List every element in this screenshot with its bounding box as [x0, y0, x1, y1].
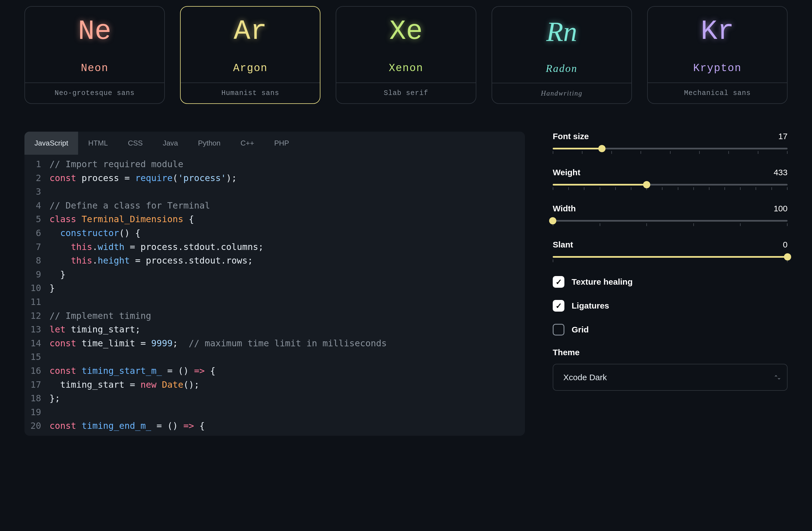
texture-healing-checkbox[interactable]: [553, 276, 564, 288]
slant-slider-thumb[interactable]: [784, 253, 791, 261]
line-number: 16: [25, 364, 49, 378]
code-line: // Import required module: [49, 158, 184, 171]
font-style-label: Humanist sans: [180, 83, 320, 103]
font-card-radon[interactable]: RnRadonHandwriting: [492, 6, 632, 104]
control-font-size: Font size17: [553, 132, 787, 154]
font-symbol: Ar: [234, 7, 267, 46]
ligatures-checkbox[interactable]: [553, 300, 564, 312]
line-number: 11: [25, 295, 49, 309]
code-line: // Define a class for Terminal: [49, 199, 210, 213]
line-number: 14: [25, 337, 49, 351]
font-name-label: Radon: [546, 62, 578, 74]
font-style-label: Slab serif: [336, 83, 476, 103]
slant-value: 0: [783, 240, 787, 249]
code-line: }: [49, 268, 66, 282]
texture-healing-checkbox-label: Texture healing: [571, 277, 633, 286]
tab-python[interactable]: Python: [188, 132, 231, 155]
font-size-label: Font size: [553, 132, 589, 141]
font-name-label: Krypton: [693, 62, 742, 74]
line-number: 9: [25, 268, 49, 282]
control-weight: Weight433: [553, 168, 787, 190]
ligatures-checkbox-label: Ligatures: [571, 301, 609, 310]
line-number: 13: [25, 323, 49, 337]
font-size-value: 17: [778, 132, 787, 141]
code-line: this.height = process.stdout.rows;: [49, 254, 253, 268]
grid-checkbox-label: Grid: [571, 325, 589, 334]
code-line: }: [49, 281, 55, 295]
font-card-krypton[interactable]: KrKryptonMechanical sans: [647, 6, 787, 104]
width-label: Width: [553, 204, 576, 213]
font-card-xenon[interactable]: XeXenonSlab serif: [336, 6, 476, 104]
weight-label: Weight: [553, 168, 580, 177]
language-tabs: JavaScriptHTMLCSSJavaPythonC++PHP: [25, 132, 525, 155]
slant-slider[interactable]: [553, 256, 787, 258]
line-number: 19: [25, 405, 49, 419]
line-number: 10: [25, 281, 49, 295]
font-card-argon[interactable]: ArArgonHumanist sans: [180, 6, 320, 104]
font-style-label: Handwriting: [492, 83, 632, 103]
font-name-label: Xenon: [389, 62, 423, 74]
code-line: const time_limit = 9999; // maximum time…: [49, 337, 387, 351]
code-line: constructor() {: [49, 226, 141, 240]
tab-java[interactable]: Java: [153, 132, 188, 155]
code-line: // Implement timing: [49, 309, 151, 323]
code-line: const process = require('process');: [49, 171, 237, 185]
code-line: const timing_end_m_ = () => {: [49, 419, 205, 433]
font-style-label: Neo-grotesque sans: [25, 83, 164, 103]
line-number: 1: [25, 158, 49, 171]
tab-php[interactable]: PHP: [264, 132, 299, 155]
font-symbol: Kr: [700, 7, 734, 46]
weight-slider[interactable]: [553, 184, 787, 186]
checkbox-row-ligatures[interactable]: Ligatures: [553, 300, 787, 312]
weight-slider-thumb[interactable]: [643, 181, 650, 188]
code-line: let timing_start;: [49, 323, 141, 337]
width-value: 100: [774, 204, 787, 213]
line-number: 15: [25, 350, 49, 364]
code-line: class Terminal_Dimensions {: [49, 212, 194, 226]
control-slant: Slant0: [553, 240, 787, 262]
code-line: const timing_start_m_ = () => {: [49, 364, 215, 378]
slant-label: Slant: [553, 240, 573, 249]
font-size-slider-thumb[interactable]: [598, 145, 606, 152]
tab-html[interactable]: HTML: [78, 132, 118, 155]
font-card-neon[interactable]: NeNeonNeo-grotesque sans: [25, 6, 165, 104]
width-slider-thumb[interactable]: [549, 217, 556, 224]
code-line: timing_start = new Date();: [49, 378, 199, 392]
code-line: };: [49, 392, 60, 405]
code-line: this.width = process.stdout.columns;: [49, 240, 264, 254]
checkbox-row-grid[interactable]: Grid: [553, 324, 787, 336]
font-size-slider[interactable]: [553, 148, 787, 149]
code-editor[interactable]: 1// Import required module2const process…: [25, 155, 525, 436]
line-number: 7: [25, 240, 49, 254]
line-number: 20: [25, 419, 49, 433]
checkbox-row-texture-healing[interactable]: Texture healing: [553, 276, 787, 288]
font-symbol: Ne: [78, 7, 112, 46]
theme-label: Theme: [553, 348, 787, 357]
line-number: 2: [25, 171, 49, 185]
font-symbol: Xe: [389, 7, 423, 46]
tab-css[interactable]: CSS: [118, 132, 153, 155]
font-name-label: Argon: [233, 62, 267, 74]
control-width: Width100: [553, 204, 787, 226]
line-number: 17: [25, 378, 49, 392]
font-symbol: Rn: [546, 7, 577, 46]
line-number: 12: [25, 309, 49, 323]
line-number: 4: [25, 199, 49, 213]
line-number: 5: [25, 212, 49, 226]
tab-javascript[interactable]: JavaScript: [25, 132, 78, 155]
tab-cplus+[interactable]: C++: [231, 132, 264, 155]
width-slider[interactable]: [553, 220, 787, 222]
line-number: 18: [25, 392, 49, 405]
theme-select[interactable]: Xcode Dark: [553, 364, 787, 391]
grid-checkbox[interactable]: [553, 324, 564, 336]
font-style-label: Mechanical sans: [648, 83, 787, 103]
line-number: 3: [25, 185, 49, 199]
weight-value: 433: [774, 168, 787, 177]
line-number: 6: [25, 226, 49, 240]
line-number: 8: [25, 254, 49, 268]
font-name-label: Neon: [81, 62, 108, 74]
